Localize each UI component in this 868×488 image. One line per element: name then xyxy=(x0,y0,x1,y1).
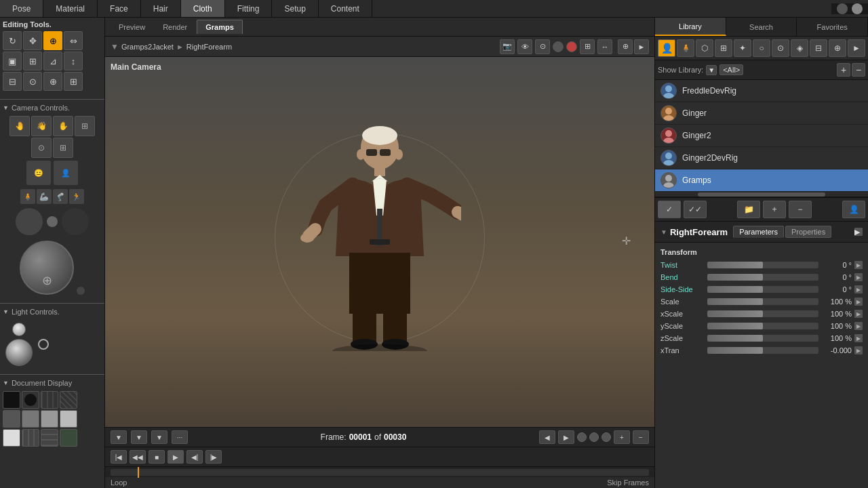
tl-dot1[interactable] xyxy=(577,432,587,442)
doc-icon-green[interactable] xyxy=(60,429,77,447)
doc-icon-lines[interactable] xyxy=(41,429,58,447)
tl-minus-btn[interactable]: − xyxy=(633,430,649,444)
tool-bone[interactable]: ⊿ xyxy=(43,52,62,70)
pb-next[interactable]: |▶ xyxy=(205,450,222,464)
pb-play[interactable]: ▶ xyxy=(167,450,184,464)
add-plus-btn[interactable]: + xyxy=(837,63,850,77)
prop-tab-properties[interactable]: Properties xyxy=(785,226,831,238)
tool-arrows2[interactable]: ↕ xyxy=(64,52,83,70)
tool-magnet[interactable]: ⊞ xyxy=(23,52,42,70)
param-slider-bend[interactable] xyxy=(707,274,818,281)
light-star-icon[interactable] xyxy=(38,339,49,350)
tool-view4[interactable]: ⊞ xyxy=(64,72,83,91)
lib-check2-btn[interactable]: ✓✓ xyxy=(684,201,707,218)
param-arrow-bend[interactable]: ▶ xyxy=(854,273,863,281)
timeline-expand[interactable]: ▼ xyxy=(111,430,127,444)
cam-dot[interactable] xyxy=(77,287,85,295)
viewport-move-icon[interactable]: ✛ xyxy=(622,235,631,247)
vp-icon-camera[interactable]: 📷 xyxy=(500,39,515,54)
vtab-preview[interactable]: Preview xyxy=(111,20,153,34)
param-slider-twist[interactable] xyxy=(707,262,818,268)
tool-view1[interactable]: ⊟ xyxy=(3,72,22,91)
doc-icon-white[interactable] xyxy=(3,429,20,447)
lib-item-gramps[interactable]: Gramps xyxy=(655,169,868,192)
doc-icon-light[interactable] xyxy=(22,410,39,428)
pb-start[interactable]: |◀ xyxy=(111,450,127,464)
prop-expand-btn[interactable]: ▶ xyxy=(854,228,863,236)
lib-check-btn[interactable]: ✓ xyxy=(658,201,681,218)
doc-icon-grid2[interactable] xyxy=(22,429,39,447)
light-controls-title[interactable]: Light Controls. xyxy=(0,306,104,317)
tool-arrows[interactable]: ⇔ xyxy=(64,31,83,50)
lib-add-btn[interactable]: + xyxy=(763,201,786,218)
cam-pose3-icon[interactable]: 🦿 xyxy=(53,189,68,204)
lib-icon-object[interactable]: ⬡ xyxy=(696,39,713,57)
pb-stop[interactable]: ■ xyxy=(149,450,165,464)
tool-select-rect[interactable]: ▣ xyxy=(3,52,22,70)
cam-big-circle-1[interactable] xyxy=(16,208,43,235)
lib-tab-library[interactable]: Library xyxy=(655,18,726,36)
add-minus-btn[interactable]: − xyxy=(852,63,865,77)
tab-setup[interactable]: Setup xyxy=(272,0,318,17)
breadcrumb-jacket[interactable]: Gramps2Jacket xyxy=(121,43,174,51)
tl-prev-btn[interactable]: ◀ xyxy=(539,430,555,444)
lib-icon-settings2[interactable]: ⊕ xyxy=(829,39,846,57)
param-arrow-xscale[interactable]: ▶ xyxy=(854,310,863,318)
cam-icon-5[interactable]: ⊙ xyxy=(31,138,52,158)
lib-item-freddie[interactable]: FreddleDevRig xyxy=(655,80,868,102)
cam-pose4-icon[interactable]: 🏃 xyxy=(69,189,84,204)
pb-prev-frame[interactable]: ◀◀ xyxy=(130,450,146,464)
tool-view2[interactable]: ⊙ xyxy=(23,72,42,91)
vp-icon-extra1[interactable]: ⊕ xyxy=(618,39,633,54)
param-slider-scale[interactable] xyxy=(707,298,818,305)
param-slider-yscale[interactable] xyxy=(707,323,818,329)
tool-move3d[interactable]: ✥ xyxy=(23,31,42,50)
prop-tab-parameters[interactable]: Parameters xyxy=(733,226,784,238)
tab-hair[interactable]: Hair xyxy=(141,0,181,17)
timeline-collapse1[interactable]: ▼ xyxy=(131,430,147,444)
param-arrow-sideside[interactable]: ▶ xyxy=(854,285,863,293)
cam-face-icon[interactable]: 😐 xyxy=(26,161,51,185)
param-slider-zscale[interactable] xyxy=(707,335,818,342)
lib-person-btn[interactable]: 👤 xyxy=(842,201,865,218)
param-arrow-yscale[interactable]: ▶ xyxy=(854,322,863,330)
lib-item-ginger2[interactable]: Ginger2 xyxy=(655,125,868,147)
cam-icon-2[interactable]: 👋 xyxy=(31,116,52,136)
tab-pose[interactable]: Pose xyxy=(0,0,43,17)
timeline-dots[interactable]: ··· xyxy=(172,430,188,444)
tab-material[interactable]: Material xyxy=(43,0,98,17)
vp-icon-light2[interactable]: ⊙ xyxy=(535,39,550,54)
tab-fitting[interactable]: Fitting xyxy=(225,0,273,17)
param-arrow-twist[interactable]: ▶ xyxy=(854,261,863,269)
vtab-gramps[interactable]: Gramps xyxy=(197,20,243,34)
vp-circle-gray[interactable] xyxy=(553,41,564,52)
vp-icon-extra2[interactable]: ► xyxy=(634,39,649,54)
lib-icon-light3[interactable]: ✦ xyxy=(734,39,751,57)
light-sun-icon[interactable] xyxy=(12,323,26,336)
lib-icon-texture[interactable]: ⊞ xyxy=(715,39,732,57)
light-globe-icon[interactable] xyxy=(5,339,33,366)
cam-big-circle-2[interactable] xyxy=(62,208,89,235)
param-slider-sideside[interactable] xyxy=(707,286,818,293)
lib-icon-render[interactable]: ◈ xyxy=(791,39,808,57)
lib-icon-camera2[interactable]: ○ xyxy=(753,39,770,57)
pb-prev[interactable]: ◀| xyxy=(186,450,203,464)
lib-icon-scene[interactable]: ⊟ xyxy=(810,39,827,57)
cam-icon-3[interactable]: ✋ xyxy=(53,116,73,136)
vp-icon-view[interactable]: 👁 xyxy=(517,39,532,54)
param-slider-xtran[interactable] xyxy=(707,347,818,354)
tool-view3[interactable]: ⊕ xyxy=(43,72,62,91)
param-arrow-zscale[interactable]: ▶ xyxy=(854,334,863,342)
cam-icon-4[interactable]: ⊞ xyxy=(75,116,95,136)
tab-content[interactable]: Content xyxy=(319,0,372,17)
param-arrow-xtran[interactable]: ▶ xyxy=(854,346,863,354)
tab-cloth[interactable]: Cloth xyxy=(181,0,225,17)
cam-small-circle[interactable] xyxy=(47,216,58,227)
tl-next-btn[interactable]: ▶ xyxy=(558,430,574,444)
doc-icon-black[interactable] xyxy=(3,391,20,409)
vp-circle-red[interactable] xyxy=(566,41,577,52)
lib-item-ginger2devrig[interactable]: Ginger2DevRig xyxy=(655,147,868,169)
camera-controls-title[interactable]: Camera Controls. xyxy=(0,102,104,113)
tl-dot3[interactable] xyxy=(601,432,611,442)
cam-icon-6[interactable]: ⊞ xyxy=(53,138,73,158)
